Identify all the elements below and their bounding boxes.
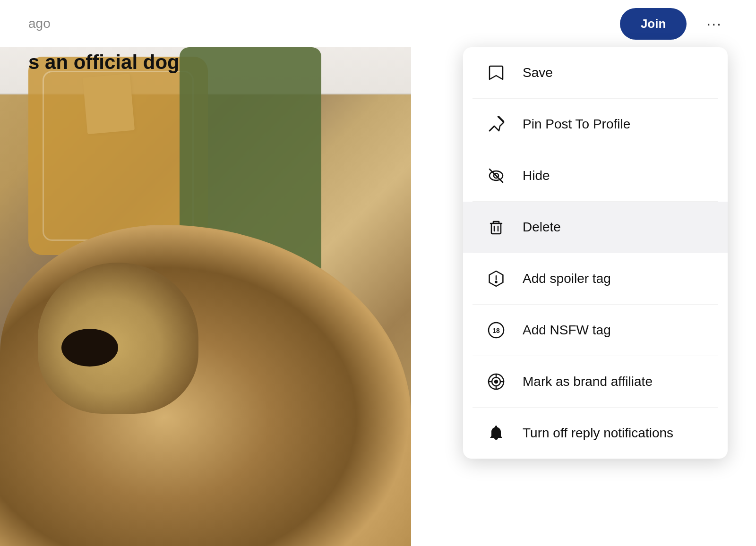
menu-item-delete[interactable]: Delete — [463, 202, 728, 253]
hide-label: Hide — [523, 168, 550, 183]
brand-icon — [484, 369, 508, 394]
pin-icon — [484, 112, 508, 136]
time-ago: ago — [28, 16, 51, 31]
menu-item-brand[interactable]: Mark as brand affiliate — [463, 356, 728, 407]
post-title: s an official dog — [28, 51, 180, 74]
menu-item-nsfw[interactable]: 18 Add NSFW tag — [463, 305, 728, 356]
save-label: Save — [523, 65, 553, 80]
brand-label: Mark as brand affiliate — [523, 374, 653, 389]
menu-item-pin[interactable]: Pin Post To Profile — [463, 99, 728, 150]
pin-label: Pin Post To Profile — [523, 117, 630, 132]
trash-icon — [484, 215, 508, 239]
delete-label: Delete — [523, 220, 561, 235]
menu-item-notifications[interactable]: Turn off reply notifications — [463, 408, 728, 459]
svg-text:18: 18 — [492, 327, 500, 334]
svg-point-12 — [495, 380, 498, 383]
spoiler-label: Add spoiler tag — [523, 271, 611, 286]
nsfw-icon: 18 — [484, 318, 508, 342]
header: ago Join ··· — [0, 0, 756, 47]
join-button[interactable]: Join — [620, 8, 687, 40]
nsfw-label: Add NSFW tag — [523, 323, 611, 338]
spoiler-icon — [484, 266, 508, 291]
svg-rect-3 — [491, 223, 501, 234]
hide-icon — [484, 163, 508, 188]
svg-point-7 — [496, 282, 497, 283]
notifications-label: Turn off reply notifications — [523, 426, 673, 441]
more-button[interactable]: ··· — [701, 11, 728, 36]
menu-item-hide[interactable]: Hide — [463, 150, 728, 201]
post-image — [0, 0, 411, 546]
menu-item-spoiler[interactable]: Add spoiler tag — [463, 253, 728, 304]
menu-item-save[interactable]: Save — [463, 47, 728, 98]
bookmark-icon — [484, 60, 508, 85]
bell-icon — [484, 421, 508, 445]
dropdown-menu: Save Pin Post To Profile Hide — [463, 47, 728, 459]
